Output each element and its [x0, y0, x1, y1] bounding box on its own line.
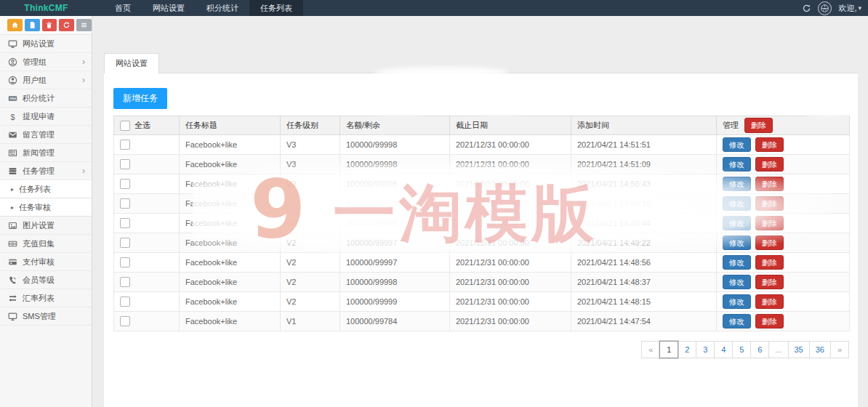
row-checkbox[interactable] — [120, 140, 130, 150]
cell-deadline: 2021/12/31 00:00:00 — [450, 312, 571, 331]
bulk-delete-button[interactable]: 删除 — [744, 118, 773, 133]
edit-button[interactable]: 修改 — [723, 157, 751, 172]
delete-button[interactable]: 删除 — [755, 196, 784, 211]
cell-added-time: 2021/04/21 14:47:54 — [571, 312, 717, 331]
cell-task-title: Facebook+like — [180, 174, 281, 194]
tab-site-settings[interactable]: 网站设置 — [104, 53, 159, 73]
page-1[interactable]: 1 — [659, 341, 678, 358]
row-checkbox[interactable] — [120, 179, 130, 189]
nav-item-site-settings[interactable]: 网站设置 — [142, 0, 196, 16]
refresh-circle-icon — [63, 21, 71, 29]
row-checkbox[interactable] — [120, 218, 130, 228]
cell-task-level: V1 — [281, 312, 340, 331]
delete-button[interactable]: 删除 — [755, 177, 784, 192]
row-checkbox[interactable] — [120, 277, 130, 287]
row-checkbox[interactable] — [120, 159, 130, 169]
sidebar-item-news-management[interactable]: 新闻管理 — [0, 144, 92, 162]
sidebar-item-label: 提现申请 — [23, 111, 55, 122]
table-row: Facebook+like V3 100000/99998 2021/12/31… — [114, 194, 850, 214]
add-task-button[interactable]: 新增任务 — [113, 88, 167, 109]
sidebar-item-label: 管理组 — [23, 57, 47, 68]
delete-button[interactable]: 删除 — [755, 235, 784, 251]
sidebar-item-member-level[interactable]: 会员等级 — [0, 271, 92, 289]
cell-added-time: 2021/04/21 14:48:37 — [571, 273, 717, 292]
cell-task-level: V2 — [281, 253, 340, 273]
svg-text:$: $ — [10, 112, 15, 121]
sidebar-item-exchange-rate-list[interactable]: 汇率列表 — [0, 289, 92, 307]
sidebar-subitem-task-review[interactable]: ▸ 任务审核 — [0, 198, 92, 217]
sidebar-item-message-management[interactable]: 留言管理 — [0, 126, 92, 144]
row-checkbox[interactable] — [120, 257, 130, 267]
sidebar-item-withdraw-request[interactable]: $ 提现申请 — [0, 108, 92, 126]
delete-button[interactable]: 删除 — [755, 137, 784, 153]
row-checkbox[interactable] — [120, 198, 130, 209]
delete-button[interactable]: 删除 — [755, 275, 784, 290]
row-checkbox[interactable] — [120, 297, 130, 307]
table-row: Facebook+like V1 100000/99784 2021/12/31… — [114, 312, 850, 331]
delete-button[interactable]: 删除 — [755, 157, 784, 172]
sidebar-item-recharge-collection[interactable]: 充值归集 — [0, 235, 92, 253]
cell-quota: 100000/99784 — [340, 312, 450, 331]
sidebar-item-payment-review[interactable]: 支付审核 — [0, 253, 92, 271]
user-avatar[interactable] — [818, 1, 832, 15]
navbar-menu: 首页 网站设置 积分统计 任务列表 — [104, 0, 303, 16]
file-button[interactable] — [25, 19, 40, 31]
cell-deadline: 2021/12/31 00:00:00 — [450, 194, 571, 214]
sidebar-item-task-management[interactable]: 任务管理 › — [0, 162, 92, 180]
page-prev[interactable]: « — [641, 341, 660, 358]
row-checkbox[interactable] — [120, 238, 130, 248]
delete-button[interactable]: 删除 — [755, 255, 784, 270]
sidebar-item-sms-management[interactable]: SMS管理 — [0, 307, 92, 326]
sidebar-item-admin-group[interactable]: 管理组 › — [0, 53, 92, 71]
cell-added-time: 2021/04/21 14:48:56 — [571, 253, 717, 273]
edit-button[interactable]: 修改 — [723, 137, 751, 153]
page-3[interactable]: 3 — [696, 341, 715, 358]
page-6[interactable]: 6 — [750, 341, 769, 358]
nav-item-home[interactable]: 首页 — [104, 0, 142, 16]
clear-cache-button[interactable] — [59, 19, 74, 31]
chevron-right-icon: › — [82, 166, 85, 175]
trash-button[interactable] — [42, 19, 57, 31]
col-header-deadline: 截止日期 — [450, 116, 571, 135]
edit-button[interactable]: 修改 — [723, 275, 751, 290]
sidebar-item-site-settings[interactable]: 网站设置 — [0, 35, 92, 53]
nav-item-task-list[interactable]: 任务列表 — [249, 0, 303, 16]
edit-button[interactable]: 修改 — [723, 216, 751, 231]
credit-card-icon — [8, 257, 17, 267]
page-36[interactable]: 36 — [809, 341, 831, 358]
welcome-dropdown[interactable]: 欢迎, ▾ — [838, 3, 861, 14]
edit-button[interactable]: 修改 — [723, 235, 751, 251]
sidebar-item-points-stats[interactable]: VISA 积分统计 — [0, 89, 92, 108]
page-4[interactable]: 4 — [714, 341, 733, 358]
page-5[interactable]: 5 — [732, 341, 751, 358]
cell-added-time: 2021/04/21 14:50:16 — [571, 194, 717, 214]
edit-button[interactable]: 修改 — [723, 177, 751, 192]
sidebar-item-label: SMS管理 — [23, 311, 56, 322]
page-2[interactable]: 2 — [678, 341, 696, 358]
row-checkbox[interactable] — [120, 316, 130, 326]
brand-logo[interactable]: ThinkCMF — [0, 0, 92, 16]
edit-button[interactable]: 修改 — [723, 196, 751, 211]
edit-button[interactable]: 修改 — [723, 294, 751, 310]
sidebar-subitem-task-list[interactable]: ▸ 任务列表 — [0, 180, 92, 198]
sidebar-item-user-group[interactable]: 用户组 › — [0, 71, 92, 89]
edit-button[interactable]: 修改 — [723, 314, 751, 329]
delete-button[interactable]: 删除 — [755, 314, 784, 329]
list-view-button[interactable] — [76, 19, 92, 31]
select-all-checkbox[interactable] — [120, 121, 130, 131]
sidebar-item-image-settings[interactable]: 图片设置 — [0, 217, 92, 235]
nav-item-points-stats[interactable]: 积分统计 — [196, 0, 249, 16]
delete-button[interactable]: 删除 — [755, 294, 784, 310]
edit-button[interactable]: 修改 — [723, 255, 751, 270]
cell-task-title: Facebook+like — [180, 273, 281, 292]
page-next[interactable]: » — [830, 341, 849, 358]
cell-task-title: Facebook+like — [180, 214, 281, 233]
home-button[interactable] — [7, 19, 23, 31]
cell-quota: 100000/99998 — [340, 135, 450, 155]
delete-button[interactable]: 删除 — [755, 216, 784, 231]
sidebar-item-label: 会员等级 — [23, 275, 55, 286]
page-35[interactable]: 35 — [788, 341, 810, 358]
monitor-icon — [8, 39, 17, 49]
chevron-right-icon: › — [82, 76, 85, 84]
refresh-icon[interactable] — [802, 4, 811, 13]
